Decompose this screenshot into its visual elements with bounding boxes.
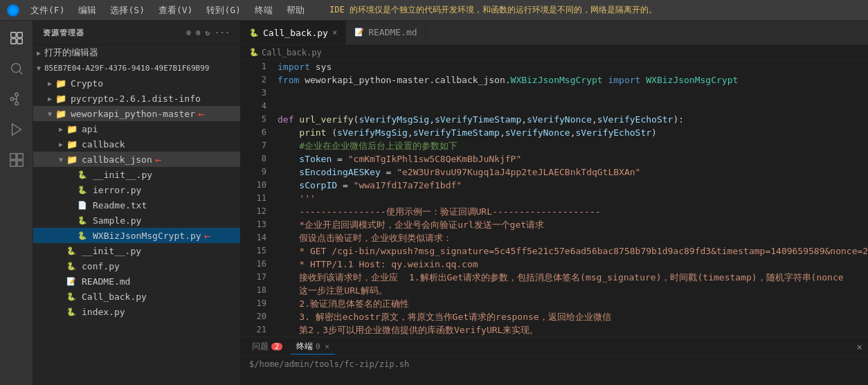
call-back-icon: 🐍 bbox=[66, 292, 79, 301]
weworkapi-label: weworkapi_python-master bbox=[71, 109, 195, 119]
code-line-20: 3. 解密出echostr原文，将原文当作Get请求的response，返回给企… bbox=[278, 310, 868, 323]
menu-edit[interactable]: 编辑 bbox=[73, 3, 102, 18]
wxbiz-icon: 🐍 bbox=[78, 231, 90, 240]
activity-explorer[interactable] bbox=[5, 26, 28, 50]
sidebar-item-wxbiz[interactable]: ▶ 🐍 WXBizJsonMsgCrypt.py ← bbox=[33, 228, 240, 243]
callback-folder-icon: 📁 bbox=[66, 139, 79, 150]
sidebar-item-weworkapi[interactable]: ▼ 📁 weworkapi_python-master ← bbox=[33, 106, 240, 121]
crypto-arrow: ▶ bbox=[44, 80, 55, 87]
code-line-1: import sys bbox=[278, 60, 868, 73]
menu-select[interactable]: 选择(S) bbox=[105, 3, 150, 18]
terminal-badge: 0 × bbox=[316, 342, 329, 351]
root-folder-label: 85EB7E04-A29F-4376-9410-49E7B1F69B99 bbox=[44, 64, 209, 73]
weworkapi-folder-icon: 📁 bbox=[55, 109, 68, 119]
svg-point-4 bbox=[11, 64, 20, 73]
editor-area: 🐍 Call_back.py × 📝 README.md 🐍 Call_back… bbox=[241, 21, 868, 385]
tab-callback-close[interactable]: × bbox=[332, 28, 337, 37]
code-line-7: #企业在企业微信后台上设置的参数如下 bbox=[278, 139, 868, 152]
main-layout: 资源管理器 ⊕ ⊕ ↻ ··· ▶ 打开的编辑器 ▼ 85EB7E04-A29F… bbox=[0, 21, 868, 385]
activity-search[interactable] bbox=[5, 57, 28, 80]
code-line-10: sCorpID = "wwa17fd17a72ef1bdf" bbox=[278, 179, 868, 192]
sidebar-item-callback-json[interactable]: ▼ 📁 callback_json ← bbox=[33, 152, 240, 167]
menu-view[interactable]: 查看(V) bbox=[153, 3, 198, 18]
sidebar-item-api[interactable]: ▶ 📁 api bbox=[33, 121, 240, 136]
conf-label: conf.py bbox=[82, 261, 120, 271]
activity-git[interactable] bbox=[5, 87, 28, 111]
callback-json-arrow: ▼ bbox=[55, 156, 66, 163]
weworkapi-arrow: ▼ bbox=[44, 110, 55, 118]
init2-icon: 🐍 bbox=[66, 247, 79, 256]
code-editor[interactable]: import sys from weworkapi_python-master.… bbox=[272, 60, 868, 337]
refresh-icon[interactable]: ↻ bbox=[206, 28, 211, 37]
menu-help[interactable]: 帮助 bbox=[281, 3, 310, 18]
sidebar-item-readme-md[interactable]: ▶ 📝 README.md bbox=[33, 274, 240, 289]
panel-close-btn[interactable]: × bbox=[857, 341, 862, 352]
index-label: index.py bbox=[82, 307, 125, 317]
open-editors-section[interactable]: ▶ 打开的编辑器 bbox=[33, 45, 240, 60]
activity-extensions[interactable] bbox=[5, 148, 28, 172]
conf-icon: 🐍 bbox=[66, 262, 79, 271]
code-line-12: ----------------使用示例一：验证回调URL-----------… bbox=[278, 205, 868, 218]
tab-readme-md[interactable]: 📝 README.md bbox=[346, 21, 426, 44]
sidebar-item-pycrypto[interactable]: ▶ 📁 pycrypto-2.6.1.dist-info bbox=[33, 91, 240, 106]
code-line-4 bbox=[278, 100, 868, 113]
ierror-file-icon: 🐍 bbox=[78, 186, 90, 195]
new-folder-icon[interactable]: ⊕ bbox=[196, 28, 201, 37]
root-folder[interactable]: ▼ 85EB7E04-A29F-4376-9410-49E7B1F69B99 bbox=[33, 60, 240, 75]
callback-json-label: callback_json bbox=[82, 154, 152, 165]
sidebar-item-callback[interactable]: ▶ 📁 callback bbox=[33, 136, 240, 152]
code-line-3 bbox=[278, 87, 868, 100]
ierror-label: ierror.py bbox=[93, 185, 141, 195]
sidebar-title: 资源管理器 bbox=[43, 28, 84, 38]
activity-debug[interactable] bbox=[5, 118, 28, 141]
init2-label: __init__.py bbox=[82, 246, 141, 256]
menu-goto[interactable]: 转到(G) bbox=[201, 3, 246, 18]
code-line-18: 这一步注意URL解码。 bbox=[278, 284, 868, 297]
sidebar-item-sample[interactable]: ▶ 🐍 Sample.py bbox=[33, 213, 240, 228]
code-line-19: 2.验证消息体签名的正确性 bbox=[278, 297, 868, 310]
editor-main: 1 2 3 4 5 6 7 8 9 10 11 12 13 14 15 16 1… bbox=[241, 60, 868, 337]
sidebar-header-icons[interactable]: ⊕ ⊕ ↻ ··· bbox=[186, 28, 230, 37]
index-icon: 🐍 bbox=[66, 307, 79, 316]
sidebar-item-readme-txt[interactable]: ▶ 📄 Readme.txt bbox=[33, 197, 240, 213]
wxbiz-red-arrow: ← bbox=[204, 229, 211, 242]
sidebar-header: 资源管理器 ⊕ ⊕ ↻ ··· bbox=[33, 21, 240, 45]
more-icon[interactable]: ··· bbox=[215, 28, 230, 37]
sidebar-content: ▶ 打开的编辑器 ▼ 85EB7E04-A29F-4376-9410-49E7B… bbox=[33, 45, 240, 385]
menu-terminal[interactable]: 终端 bbox=[249, 3, 278, 18]
svg-rect-3 bbox=[17, 39, 21, 44]
svg-marker-11 bbox=[12, 124, 21, 136]
new-file-icon[interactable]: ⊕ bbox=[186, 28, 192, 37]
terminal-label: 终端 bbox=[296, 341, 313, 352]
svg-line-5 bbox=[19, 71, 22, 74]
sidebar-item-conf[interactable]: ▶ 🐍 conf.py bbox=[33, 258, 240, 274]
init-label: __init__.py bbox=[93, 170, 152, 180]
menu-bar[interactable]: 文件(F) 编辑 选择(S) 查看(V) 转到(G) 终端 帮助 bbox=[25, 3, 310, 18]
sidebar-item-ierror[interactable]: ▶ 🐍 ierror.py bbox=[33, 182, 240, 197]
terminal-text: $/home/admin/tools/fc-zip/zip.sh bbox=[249, 359, 409, 369]
tab-callback-py[interactable]: 🐍 Call_back.py × bbox=[241, 21, 346, 44]
sidebar-item-init[interactable]: ▶ 🐍 __init__.py bbox=[33, 167, 240, 182]
code-line-2: from weworkapi_python-master.callback_js… bbox=[278, 73, 868, 87]
crypto-folder-icon: 📁 bbox=[55, 78, 68, 89]
notice-bar: IDE 的环境仅是个独立的代码开发环境，和函数的运行环境是不同的，网络是隔离开的… bbox=[329, 4, 657, 16]
sidebar-item-index[interactable]: ▶ 🐍 index.py bbox=[33, 304, 240, 319]
callback-json-icon: 📁 bbox=[66, 154, 79, 165]
sidebar-item-init2[interactable]: ▶ 🐍 __init__.py bbox=[33, 243, 240, 258]
readme-md-label: README.md bbox=[82, 276, 130, 287]
panel-tab-terminal[interactable]: 终端 0 × bbox=[291, 339, 335, 355]
sidebar-item-call-back[interactable]: ▶ 🐍 Call_back.py bbox=[33, 289, 240, 304]
sample-label: Sample.py bbox=[93, 215, 141, 226]
weworkapi-red-arrow: ← bbox=[198, 107, 205, 120]
code-line-9: sEncodingAESKey = "e2W3Ur8vuU97Kugq1aJ4p… bbox=[278, 165, 868, 179]
sidebar-item-crypto[interactable]: ▶ 📁 Crypto bbox=[33, 75, 240, 91]
wxbiz-label: WXBizJsonMsgCrypt.py bbox=[93, 231, 201, 241]
sidebar: 资源管理器 ⊕ ⊕ ↻ ··· ▶ 打开的编辑器 ▼ 85EB7E04-A29F… bbox=[33, 21, 241, 385]
title-bar: 文件(F) 编辑 选择(S) 查看(V) 转到(G) 终端 帮助 IDE 的环境… bbox=[0, 0, 868, 21]
panel-tab-problems[interactable]: 问题 2 bbox=[246, 339, 288, 354]
pycrypto-arrow: ▶ bbox=[44, 95, 55, 102]
menu-file[interactable]: 文件(F) bbox=[25, 3, 70, 18]
callback-arrow: ▶ bbox=[55, 141, 66, 148]
tab-md-icon: 📝 bbox=[354, 28, 364, 37]
svg-rect-0 bbox=[10, 33, 15, 37]
